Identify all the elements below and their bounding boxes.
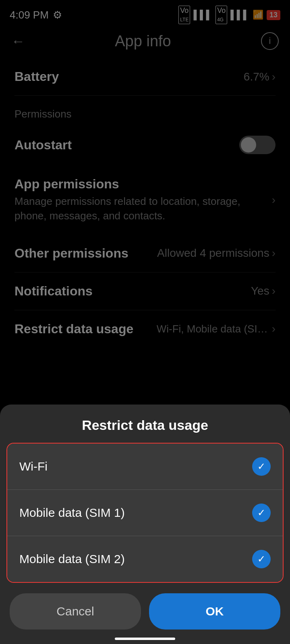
- sim1-label: Mobile data (SIM 1): [19, 506, 125, 520]
- sim2-checkbox[interactable]: ✓: [252, 550, 271, 568]
- sim2-check-item[interactable]: Mobile data (SIM 2) ✓: [7, 536, 283, 582]
- home-indicator: [115, 638, 175, 640]
- bottom-sheet: Restrict data usage Wi-Fi ✓ Mobile data …: [0, 405, 290, 644]
- check-list: Wi-Fi ✓ Mobile data (SIM 1) ✓ Mobile dat…: [6, 443, 284, 583]
- sim1-check-item[interactable]: Mobile data (SIM 1) ✓: [7, 489, 283, 536]
- wifi-label: Wi-Fi: [19, 460, 48, 473]
- cancel-button[interactable]: Cancel: [10, 593, 141, 630]
- sheet-buttons: Cancel OK: [0, 583, 290, 636]
- sim2-check-icon: ✓: [257, 553, 265, 565]
- wifi-check-icon: ✓: [257, 461, 265, 472]
- sheet-title: Restrict data usage: [0, 405, 290, 443]
- wifi-check-item[interactable]: Wi-Fi ✓: [7, 444, 283, 489]
- sim2-label: Mobile data (SIM 2): [19, 552, 125, 566]
- wifi-checkbox[interactable]: ✓: [252, 457, 271, 476]
- ok-button[interactable]: OK: [149, 593, 280, 630]
- sim1-check-icon: ✓: [257, 507, 265, 518]
- sim1-checkbox[interactable]: ✓: [252, 504, 271, 522]
